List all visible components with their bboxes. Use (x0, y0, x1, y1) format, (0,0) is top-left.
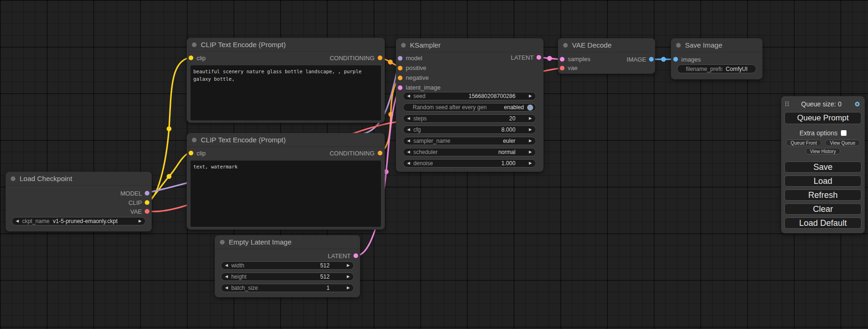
decrement-arrow-icon[interactable]: ◀ (407, 117, 410, 120)
node-title: Save Image (685, 41, 722, 49)
settings-gear-icon[interactable] (853, 100, 861, 108)
input-vae: vae (560, 63, 590, 72)
decrement-arrow-icon[interactable]: ◀ (407, 128, 410, 132)
increment-arrow-icon[interactable]: ▶ (529, 117, 532, 120)
refresh-button[interactable]: Refresh (784, 189, 861, 201)
node-header: VAE Decode (558, 38, 655, 52)
node-clip-text-encode-positive[interactable]: CLIP Text Encode (Prompt) clip CONDITION… (187, 38, 385, 123)
collapse-dot-icon[interactable] (192, 42, 197, 47)
node-graph-canvas[interactable]: Load Checkpoint MODEL CLIP VAE ◀ ckpt_na… (0, 0, 868, 329)
node-header: CLIP Text Encode (Prompt) (187, 133, 385, 147)
next-value-arrow-icon[interactable]: ▶ (529, 150, 532, 154)
scheduler-widget[interactable]: ◀ scheduler normal ▶ (403, 148, 536, 156)
image-output-port[interactable] (649, 57, 654, 62)
increment-arrow-icon[interactable]: ▶ (529, 161, 532, 165)
node-header: KSampler (396, 38, 543, 52)
negative-input-port[interactable] (398, 76, 402, 80)
decrement-arrow-icon[interactable]: ◀ (225, 264, 228, 267)
wire-midpoint-dot-vae-image-to-save-image (661, 57, 666, 62)
sampler-name-widget[interactable]: ◀ sampler_name euler ▶ (403, 137, 536, 145)
prev-value-arrow-icon[interactable]: ◀ (407, 150, 410, 154)
negative-prompt-textarea[interactable]: text, watermark (191, 161, 381, 227)
collapse-dot-icon[interactable] (11, 176, 15, 181)
view-queue-button[interactable]: View Queue (825, 140, 860, 146)
node-vae-decode[interactable]: VAE Decode samples vae IMAGE (558, 38, 655, 74)
positive-prompt-textarea[interactable]: beautiful scenery nature glass bottle la… (191, 65, 381, 120)
filename-prefix-widget[interactable]: filename_prefix ComfyUI (677, 64, 756, 73)
latent-output-port[interactable] (353, 253, 358, 258)
queue-front-button[interactable]: Queue Front (786, 140, 821, 146)
node-load-checkpoint[interactable]: Load Checkpoint MODEL CLIP VAE ◀ ckpt_na… (6, 172, 152, 231)
clip-output-port[interactable] (145, 200, 149, 205)
increment-arrow-icon[interactable]: ▶ (347, 275, 350, 279)
seed-widget[interactable]: ◀ seed 156680208700286 ▶ (403, 92, 536, 100)
input-clip: clip (189, 55, 206, 62)
model-input-port[interactable] (398, 56, 402, 61)
increment-arrow-icon[interactable]: ▶ (529, 94, 532, 98)
collapse-dot-icon[interactable] (192, 138, 197, 142)
toggle-on-icon[interactable] (527, 105, 533, 111)
collapse-dot-icon[interactable] (220, 240, 225, 245)
height-widget[interactable]: ◀ height 512 ▶ (221, 273, 354, 281)
decrement-arrow-icon[interactable]: ◀ (407, 94, 410, 98)
prev-value-arrow-icon[interactable]: ◀ (407, 139, 410, 143)
vae-input-port[interactable] (560, 66, 565, 70)
cfg-widget[interactable]: ◀ cfg 8.000 ▶ (403, 126, 536, 134)
extra-options-label: Extra options (799, 129, 838, 137)
extra-options-checkbox[interactable] (841, 130, 847, 136)
node-clip-text-encode-negative[interactable]: CLIP Text Encode (Prompt) clip CONDITION… (187, 133, 385, 230)
input-images: images (673, 55, 701, 64)
images-input-port[interactable] (673, 57, 678, 62)
vae-output-port[interactable] (145, 209, 149, 214)
wire-midpoint-dot-positive-conditioning-to-ksampler (388, 60, 393, 64)
conditioning-output-port[interactable] (378, 151, 382, 155)
clip-input-port[interactable] (189, 56, 193, 60)
node-title: Load Checkpoint (20, 175, 72, 182)
samples-input-port[interactable] (560, 57, 565, 62)
denoise-widget[interactable]: ◀ denoise 1.000 ▶ (403, 159, 536, 168)
load-default-button[interactable]: Load Default (784, 217, 861, 229)
conditioning-output-port[interactable] (378, 56, 382, 60)
prev-value-arrow-icon[interactable]: ◀ (16, 219, 19, 223)
clear-button[interactable]: Clear (784, 203, 861, 215)
latent-image-input-port[interactable] (398, 85, 402, 90)
queue-size-label: Queue size: 0 (790, 100, 853, 108)
view-history-button[interactable]: View History (805, 148, 840, 154)
decrement-arrow-icon[interactable]: ◀ (407, 161, 410, 165)
decrement-arrow-icon[interactable]: ◀ (225, 275, 228, 279)
ckpt-name-widget[interactable]: ◀ ckpt_name v1-5-pruned-emaonly.ckpt ▶ (12, 217, 146, 225)
increment-arrow-icon[interactable]: ▶ (347, 286, 350, 290)
queue-prompt-button[interactable]: Queue Prompt (784, 112, 861, 124)
increment-arrow-icon[interactable]: ▶ (347, 264, 350, 267)
drag-handle[interactable] (784, 101, 790, 108)
node-title: CLIP Text Encode (Prompt) (201, 41, 286, 49)
node-title: KSampler (410, 41, 441, 49)
queue-panel: Queue size: 0 Queue Prompt Extra options… (781, 96, 865, 233)
output-conditioning: CONDITIONING (330, 150, 382, 157)
random-seed-widget[interactable]: Random seed after every gen enabled (403, 103, 536, 112)
latent-output-port[interactable] (536, 55, 541, 60)
collapse-dot-icon[interactable] (563, 43, 568, 48)
increment-arrow-icon[interactable]: ▶ (529, 128, 532, 132)
node-header: Load Checkpoint (6, 172, 152, 186)
output-conditioning: CONDITIONING (330, 55, 382, 62)
node-empty-latent-image[interactable]: Empty Latent Image LATENT ◀ width 512 ▶ … (215, 235, 360, 297)
load-button[interactable]: Load (784, 175, 861, 187)
steps-widget[interactable]: ◀ steps 20 ▶ (403, 114, 536, 123)
node-save-image[interactable]: Save Image images filename_prefix ComfyU… (671, 38, 762, 79)
input-positive: positive (398, 63, 440, 73)
save-button[interactable]: Save (784, 161, 861, 173)
width-widget[interactable]: ◀ width 512 ▶ (221, 261, 354, 270)
next-value-arrow-icon[interactable]: ▶ (529, 139, 532, 143)
node-title: Empty Latent Image (229, 238, 291, 246)
input-model: model (398, 53, 440, 63)
collapse-dot-icon[interactable] (676, 43, 681, 48)
clip-input-port[interactable] (189, 151, 193, 155)
collapse-dot-icon[interactable] (401, 43, 406, 48)
model-output-port[interactable] (145, 191, 149, 196)
node-ksampler[interactable]: KSampler model positive negative latent_… (396, 38, 543, 172)
decrement-arrow-icon[interactable]: ◀ (225, 286, 228, 290)
batch-size-widget[interactable]: ◀ batch_size 1 ▶ (221, 284, 354, 292)
next-value-arrow-icon[interactable]: ▶ (139, 219, 141, 223)
positive-input-port[interactable] (398, 66, 402, 70)
